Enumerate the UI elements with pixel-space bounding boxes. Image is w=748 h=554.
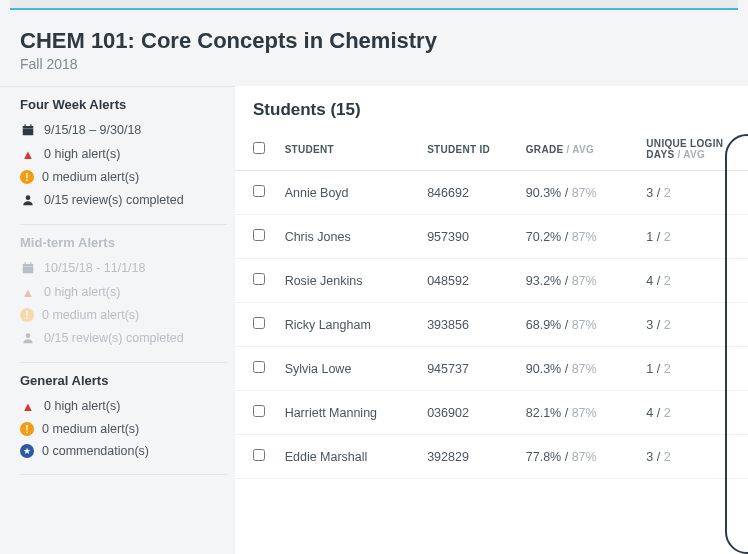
alert-group: Four Week Alerts9/15/18 – 9/30/18▲0 high… xyxy=(20,87,227,225)
table-row[interactable]: Sylvia Lowe94573790.3% / 87%1 / 2 xyxy=(235,347,748,391)
person-icon xyxy=(20,330,36,346)
grade-label: GRADE xyxy=(526,144,564,155)
alert-group: General Alerts▲0 high alert(s)!0 medium … xyxy=(20,363,227,475)
alert-group-title: General Alerts xyxy=(20,373,227,388)
cell-student-id: 957390 xyxy=(419,215,518,259)
svg-rect-0 xyxy=(23,126,34,135)
cell-student-name: Rosie Jenkins xyxy=(277,259,420,303)
person-icon xyxy=(20,192,36,208)
svg-rect-6 xyxy=(25,262,26,265)
alert-row: !0 medium alert(s) xyxy=(20,166,227,188)
page-header: CHEM 101: Core Concepts in Chemistry Fal… xyxy=(0,10,748,86)
column-header-student[interactable]: STUDENT xyxy=(277,132,420,171)
cell-login-days: 3 / 2 xyxy=(638,171,748,215)
cell-grade: 82.1% / 87% xyxy=(518,391,639,435)
top-accent-bar xyxy=(10,0,738,10)
cell-login-days: 4 / 2 xyxy=(638,391,748,435)
cell-checkbox xyxy=(235,391,277,435)
alert-row-text: 9/15/18 – 9/30/18 xyxy=(44,123,141,137)
alert-row-text: 0 medium alert(s) xyxy=(42,170,139,184)
main-layout: Four Week Alerts9/15/18 – 9/30/18▲0 high… xyxy=(0,86,748,554)
alert-row-text: 0 medium alert(s) xyxy=(42,308,139,322)
cell-login-days: 4 / 2 xyxy=(638,259,748,303)
alert-row-text: 0 high alert(s) xyxy=(44,147,120,161)
svg-rect-3 xyxy=(23,128,34,129)
row-checkbox[interactable] xyxy=(253,405,265,417)
row-checkbox[interactable] xyxy=(253,449,265,461)
avg-label: / AVG xyxy=(674,149,705,160)
table-row[interactable]: Rosie Jenkins04859293.2% / 87%4 / 2 xyxy=(235,259,748,303)
alert-row: 0/15 review(s) completed xyxy=(20,188,227,212)
alert-row-text: 0/15 review(s) completed xyxy=(44,193,184,207)
alert-row: ★0 commendation(s) xyxy=(20,440,227,462)
warning-triangle-icon: ▲ xyxy=(20,284,36,300)
cell-grade: 90.3% / 87% xyxy=(518,171,639,215)
column-header-login[interactable]: UNIQUE LOGIN DAYS / AVG xyxy=(638,132,748,171)
alert-row-text: 0 commendation(s) xyxy=(42,444,149,458)
select-all-checkbox[interactable] xyxy=(253,142,265,154)
alert-row: 10/15/18 - 11/1/18 xyxy=(20,256,227,280)
column-header-grade[interactable]: GRADE / AVG xyxy=(518,132,639,171)
table-row[interactable]: Eddie Marshall39282977.8% / 87%3 / 2 xyxy=(235,435,748,479)
cell-student-id: 945737 xyxy=(419,347,518,391)
cell-checkbox xyxy=(235,259,277,303)
alert-group: Mid-term Alerts10/15/18 - 11/1/18▲0 high… xyxy=(20,225,227,363)
table-row[interactable]: Ricky Langham39385668.9% / 87%3 / 2 xyxy=(235,303,748,347)
course-title: CHEM 101: Core Concepts in Chemistry xyxy=(20,28,728,54)
alert-group-title: Mid-term Alerts xyxy=(20,235,227,250)
warning-circle-icon: ! xyxy=(20,422,34,436)
cell-student-name: Ricky Langham xyxy=(277,303,420,347)
alert-row-text: 0/15 review(s) completed xyxy=(44,331,184,345)
cell-login-days: 1 / 2 xyxy=(638,347,748,391)
cell-login-days: 3 / 2 xyxy=(638,435,748,479)
table-row[interactable]: Annie Boyd84669290.3% / 87%3 / 2 xyxy=(235,171,748,215)
warning-circle-icon: ! xyxy=(20,308,34,322)
cell-grade: 68.9% / 87% xyxy=(518,303,639,347)
alert-row: 9/15/18 – 9/30/18 xyxy=(20,118,227,142)
cell-student-name: Sylvia Lowe xyxy=(277,347,420,391)
cell-student-name: Chris Jones xyxy=(277,215,420,259)
svg-point-4 xyxy=(26,195,31,200)
row-checkbox[interactable] xyxy=(253,185,265,197)
cell-student-id: 392829 xyxy=(419,435,518,479)
warning-triangle-icon: ▲ xyxy=(20,398,36,414)
cell-student-name: Annie Boyd xyxy=(277,171,420,215)
cell-grade: 90.3% / 87% xyxy=(518,347,639,391)
column-header-checkbox xyxy=(235,132,277,171)
cell-checkbox xyxy=(235,435,277,479)
alert-row-text: 0 high alert(s) xyxy=(44,285,120,299)
alert-row-text: 0 high alert(s) xyxy=(44,399,120,413)
svg-rect-2 xyxy=(30,124,31,127)
cell-checkbox xyxy=(235,303,277,347)
alert-row: ▲0 high alert(s) xyxy=(20,280,227,304)
cell-student-id: 036902 xyxy=(419,391,518,435)
row-checkbox[interactable] xyxy=(253,229,265,241)
cell-checkbox xyxy=(235,347,277,391)
alert-row: 0/15 review(s) completed xyxy=(20,326,227,350)
alert-row: ▲0 high alert(s) xyxy=(20,394,227,418)
table-row[interactable]: Harriett Manning03690282.1% / 87%4 / 2 xyxy=(235,391,748,435)
svg-rect-7 xyxy=(30,262,31,265)
cell-grade: 93.2% / 87% xyxy=(518,259,639,303)
warning-circle-icon: ! xyxy=(20,170,34,184)
alert-row: ▲0 high alert(s) xyxy=(20,142,227,166)
alert-row: !0 medium alert(s) xyxy=(20,304,227,326)
cell-login-days: 1 / 2 xyxy=(638,215,748,259)
alerts-sidebar: Four Week Alerts9/15/18 – 9/30/18▲0 high… xyxy=(0,86,235,554)
course-term: Fall 2018 xyxy=(20,56,728,72)
cell-grade: 77.8% / 87% xyxy=(518,435,639,479)
alert-row-text: 0 medium alert(s) xyxy=(42,422,139,436)
students-table: STUDENT STUDENT ID GRADE / AVG UNIQUE LO… xyxy=(235,132,748,479)
table-row[interactable]: Chris Jones95739070.2% / 87%1 / 2 xyxy=(235,215,748,259)
row-checkbox[interactable] xyxy=(253,273,265,285)
alert-row-text: 10/15/18 - 11/1/18 xyxy=(44,261,145,275)
warning-triangle-icon: ▲ xyxy=(20,146,36,162)
cell-grade: 70.2% / 87% xyxy=(518,215,639,259)
row-checkbox[interactable] xyxy=(253,317,265,329)
row-checkbox[interactable] xyxy=(253,361,265,373)
cell-student-id: 393856 xyxy=(419,303,518,347)
alert-group-title: Four Week Alerts xyxy=(20,97,227,112)
column-header-id[interactable]: STUDENT ID xyxy=(419,132,518,171)
svg-rect-5 xyxy=(23,264,34,273)
svg-rect-1 xyxy=(25,124,26,127)
